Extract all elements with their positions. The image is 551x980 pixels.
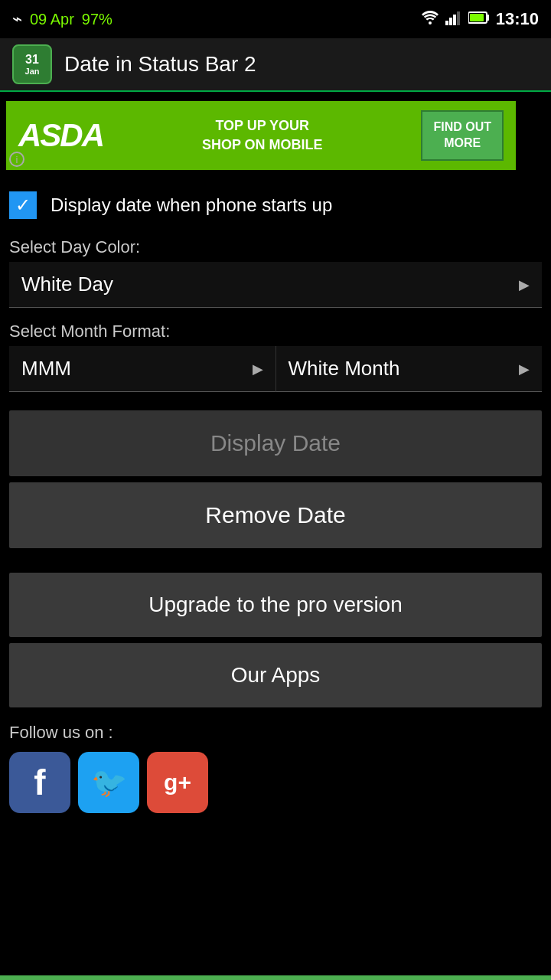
startup-checkbox-label: Display date when phone starts up [51, 194, 332, 216]
day-color-label: Select Day Color: [9, 237, 542, 257]
usb-icon: ⌁ [12, 9, 22, 29]
ad-logo: ASDA [18, 117, 103, 154]
facebook-icon[interactable]: f [9, 752, 70, 813]
status-bar: ⌁ 09 Apr 97% [0, 0, 551, 38]
month-format-dropdowns: MMM ▶ White Month ▶ [9, 346, 542, 392]
month-color-arrow-icon: ▶ [519, 361, 530, 377]
startup-checkbox[interactable]: ✓ [9, 191, 37, 219]
month-format-arrow-icon: ▶ [253, 361, 263, 377]
upgrade-pro-button[interactable]: Upgrade to the pro version [9, 573, 542, 637]
follow-section: Follow us on : f 🐦 g+ [9, 723, 542, 813]
month-color-value: White Month [289, 357, 400, 381]
ad-text: TOP UP YOURSHOP ON MOBILE [202, 116, 323, 155]
month-format-value: MMM [21, 357, 71, 381]
app-icon: 31 Jan [12, 44, 52, 84]
bottom-bar [0, 975, 551, 980]
svg-rect-7 [470, 14, 484, 21]
battery-icon [468, 11, 490, 28]
google-plus-icon[interactable]: g+ [147, 752, 208, 813]
day-color-arrow-icon: ▶ [519, 276, 530, 293]
display-date-button[interactable]: Display Date [9, 410, 542, 476]
day-color-dropdown[interactable]: White Day ▶ [9, 262, 542, 308]
signal-icon [445, 10, 462, 29]
app-title: Date in Status Bar 2 [64, 52, 256, 77]
battery-percent: 97% [82, 11, 112, 28]
our-apps-button[interactable]: Our Apps [9, 643, 542, 707]
svg-rect-3 [453, 15, 456, 25]
twitter-bird-icon: 🐦 [91, 766, 127, 799]
remove-date-button[interactable]: Remove Date [9, 482, 542, 548]
month-format-dropdown[interactable]: MMM ▶ [9, 346, 276, 392]
day-color-section: Select Day Color: White Day ▶ [9, 237, 542, 308]
status-date: 09 Apr [30, 11, 74, 28]
month-color-dropdown[interactable]: White Month ▶ [276, 346, 543, 392]
month-format-label: Select Month Format: [9, 322, 542, 341]
main-content: ✓ Display date when phone starts up Sele… [0, 179, 551, 825]
ad-button[interactable]: FIND OUT MORE [421, 110, 504, 161]
twitter-icon[interactable]: 🐦 [78, 752, 139, 813]
month-format-section: Select Month Format: MMM ▶ White Month ▶ [9, 322, 542, 392]
wifi-icon [421, 10, 439, 29]
svg-rect-1 [445, 21, 448, 25]
day-color-value: White Day [21, 273, 113, 296]
startup-display-row[interactable]: ✓ Display date when phone starts up [9, 191, 542, 219]
title-bar: 31 Jan Date in Status Bar 2 [0, 38, 551, 92]
checkmark-icon: ✓ [15, 194, 31, 216]
status-time: 13:10 [496, 9, 539, 29]
svg-rect-2 [449, 18, 452, 25]
svg-point-0 [429, 21, 432, 24]
ad-info-icon[interactable]: i [9, 152, 24, 167]
follow-label: Follow us on : [9, 723, 542, 743]
svg-rect-4 [457, 11, 460, 25]
svg-rect-6 [487, 15, 489, 21]
social-icons-row: f 🐦 g+ [9, 752, 542, 813]
ad-banner[interactable]: ASDA TOP UP YOURSHOP ON MOBILE FIND OUT … [6, 101, 516, 170]
